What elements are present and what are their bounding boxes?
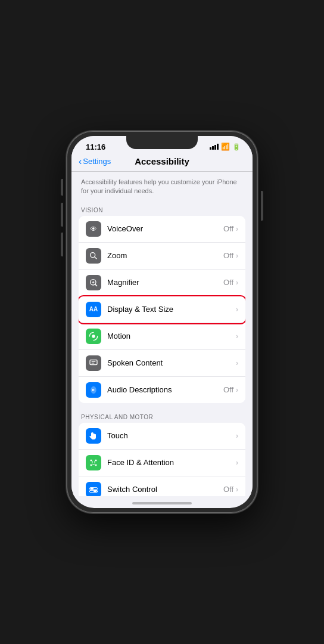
svg-line-1 [95, 256, 97, 259]
display-text-size-row[interactable]: AA Display & Text Size › [79, 296, 245, 323]
physical-motor-group: Touch › Face ID & Attention › [79, 423, 245, 496]
audio-descriptions-row[interactable]: Audio Descriptions Off › [79, 377, 245, 403]
touch-icon [86, 428, 101, 444]
audio-descriptions-value: Off [223, 385, 233, 394]
spoken-content-icon [86, 355, 101, 371]
description-text: Accessibility features help you customiz… [71, 172, 253, 201]
volume-up-button [61, 203, 63, 227]
vision-group: 👁 VoiceOver Off › Zoom Off › [79, 216, 245, 403]
switch-control-label: Switch Control [107, 485, 223, 494]
switch-control-value: Off [223, 485, 233, 494]
svg-point-0 [91, 252, 95, 257]
face-id-label: Face ID & Attention [107, 458, 233, 467]
silent-switch [61, 179, 63, 196]
motion-chevron-icon: › [236, 332, 238, 340]
motion-row[interactable]: Motion › [79, 323, 245, 350]
touch-label: Touch [107, 431, 233, 440]
face-id-icon [86, 455, 101, 470]
face-id-row[interactable]: Face ID & Attention › [79, 450, 245, 476]
face-id-chevron-icon: › [236, 459, 238, 467]
magnifier-chevron-icon: › [236, 278, 238, 287]
status-time: 11:16 [83, 143, 105, 151]
motion-label: Motion [107, 332, 233, 340]
display-text-size-icon: AA [86, 302, 101, 317]
svg-rect-13 [95, 464, 97, 466]
magnifier-value: Off [223, 278, 233, 287]
motion-icon [86, 329, 101, 344]
phone-screen: 11:16 📶 🔋 ‹ Settings Accessibility [71, 136, 253, 508]
zoom-value: Off [223, 251, 233, 260]
power-button [261, 191, 263, 221]
svg-rect-11 [95, 459, 97, 461]
section-header-vision: VISION [71, 201, 253, 216]
svg-rect-19 [94, 490, 96, 492]
magnifier-label: Magnifier [107, 278, 223, 287]
home-indicator [132, 502, 192, 504]
settings-content: Accessibility features help you customiz… [71, 172, 253, 496]
volume-down-button [61, 233, 63, 256]
status-icons: 📶 🔋 [210, 143, 241, 151]
svg-rect-7 [90, 360, 97, 364]
back-label: Settings [83, 157, 111, 166]
switch-control-chevron-icon: › [236, 485, 238, 494]
navigation-header: ‹ Settings Accessibility [71, 155, 253, 172]
zoom-icon [86, 248, 101, 264]
zoom-label: Zoom [107, 251, 223, 260]
svg-rect-10 [91, 459, 92, 461]
signal-icon [210, 144, 219, 150]
voiceover-icon: 👁 [86, 221, 101, 237]
page-title: Accessibility [135, 156, 189, 166]
spoken-content-label: Spoken Content [107, 358, 233, 367]
wifi-icon: 📶 [221, 143, 230, 151]
svg-point-6 [92, 335, 95, 338]
battery-icon: 🔋 [232, 143, 241, 151]
zoom-chevron-icon: › [236, 252, 238, 260]
magnifier-icon [86, 275, 101, 290]
back-button[interactable]: ‹ Settings [79, 157, 111, 166]
svg-point-15 [94, 461, 95, 462]
switch-control-row[interactable]: Switch Control Off › [79, 476, 245, 496]
switch-control-icon [86, 482, 101, 496]
audio-descriptions-chevron-icon: › [236, 386, 238, 394]
display-text-size-label: Display & Text Size [107, 305, 233, 314]
zoom-row[interactable]: Zoom Off › [79, 243, 245, 270]
spoken-content-row[interactable]: Spoken Content › [79, 350, 245, 377]
svg-rect-12 [91, 464, 92, 466]
section-header-physical: PHYSICAL AND MOTOR [71, 408, 253, 423]
voiceover-label: VoiceOver [107, 224, 223, 233]
touch-chevron-icon: › [236, 432, 238, 440]
audio-descriptions-icon [86, 382, 101, 398]
svg-line-3 [95, 284, 97, 286]
spoken-content-chevron-icon: › [236, 359, 238, 367]
display-text-size-chevron-icon: › [236, 305, 238, 314]
magnifier-row[interactable]: Magnifier Off › [79, 270, 245, 296]
touch-row[interactable]: Touch › [79, 423, 245, 450]
svg-rect-17 [91, 487, 94, 489]
notch [126, 136, 198, 149]
voiceover-value: Off [223, 224, 233, 233]
phone-frame: 11:16 📶 🔋 ‹ Settings Accessibility [67, 131, 257, 513]
svg-point-14 [92, 461, 93, 462]
voiceover-chevron-icon: › [236, 225, 238, 233]
audio-descriptions-label: Audio Descriptions [107, 385, 223, 394]
voiceover-row[interactable]: 👁 VoiceOver Off › [79, 216, 245, 243]
back-chevron-icon: ‹ [79, 157, 82, 166]
